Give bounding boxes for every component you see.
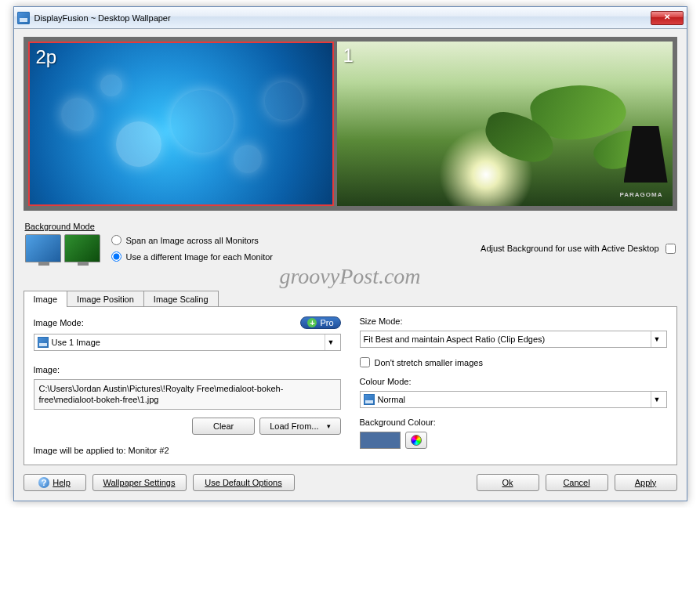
- wallpaper-settings-button[interactable]: Wallpaper Settings: [92, 474, 187, 491]
- chevron-down-icon: ▼: [651, 392, 663, 407]
- close-button[interactable]: ✕: [651, 11, 684, 25]
- adjust-active-desktop-checkbox[interactable]: [666, 244, 676, 254]
- colour-picker-button[interactable]: [405, 432, 427, 449]
- background-mode-label: Background Mode: [25, 222, 676, 231]
- size-mode-label: Size Mode:: [360, 316, 667, 326]
- dont-stretch-checkbox[interactable]: Don't stretch smaller images: [360, 357, 667, 367]
- app-icon: [17, 12, 30, 24]
- tab-image-position[interactable]: Image Position: [67, 291, 144, 307]
- image-label: Image:: [34, 365, 341, 374]
- pro-badge[interactable]: + Pro: [300, 316, 340, 329]
- radio-span-image[interactable]: Span an Image across all Monitors: [111, 235, 274, 245]
- size-mode-combo[interactable]: Fit Best and maintain Aspect Ratio (Clip…: [360, 331, 667, 348]
- colour-wheel-icon: [411, 435, 422, 446]
- bg-colour-swatch[interactable]: [360, 432, 401, 449]
- dialog-window: DisplayFusion ~ Desktop Wallpaper ✕ 2p P…: [13, 6, 687, 501]
- cancel-button[interactable]: Cancel: [546, 474, 608, 491]
- load-from-button[interactable]: Load From...: [259, 418, 340, 435]
- colour-mode-combo[interactable]: Normal ▼: [360, 391, 667, 408]
- plus-icon: +: [307, 318, 317, 327]
- tab-panel-image: Image Mode: + Pro Use 1 Image ▼ Image:: [24, 306, 677, 465]
- chevron-down-icon: ▼: [325, 334, 337, 350]
- brand-text: PARAGOMA: [620, 191, 663, 198]
- monitor-2-preview[interactable]: PARAGOMA 1: [337, 42, 673, 206]
- clear-button[interactable]: Clear: [192, 418, 255, 435]
- help-icon: ?: [38, 477, 49, 488]
- tab-image-scaling[interactable]: Image Scaling: [143, 291, 219, 307]
- monitor-icon: [38, 337, 49, 348]
- monitor-2-label: 1: [343, 45, 354, 67]
- apply-button[interactable]: Apply: [615, 474, 677, 491]
- monitor-icon: [364, 394, 375, 405]
- use-default-options-button[interactable]: Use Default Options: [193, 474, 295, 491]
- monitor-1-label: 2p: [36, 46, 57, 68]
- help-button[interactable]: ? Help: [24, 474, 86, 491]
- colour-mode-label: Colour Mode:: [360, 377, 667, 386]
- image-mode-combo[interactable]: Use 1 Image ▼: [34, 334, 341, 351]
- monitor-1-preview[interactable]: 2p: [28, 42, 334, 206]
- dual-monitor-icon: [25, 234, 100, 262]
- bg-colour-label: Background Colour:: [360, 418, 667, 427]
- background-mode-group: Background Mode Span an Image across all…: [25, 222, 676, 262]
- title-bar: DisplayFusion ~ Desktop Wallpaper ✕: [14, 7, 687, 29]
- window-title: DisplayFusion ~ Desktop Wallpaper: [34, 13, 651, 23]
- radio-different-image[interactable]: Use a different Image for each Monitor: [111, 251, 274, 262]
- applied-to-note: Image will be applied to: Monitor #2: [34, 446, 341, 455]
- image-mode-label: Image Mode:: [34, 318, 84, 327]
- ok-button[interactable]: Ok: [477, 474, 539, 491]
- adjust-active-desktop-label: Adjust Background for use with Active De…: [481, 244, 658, 253]
- image-path-field[interactable]: C:\Users\Jordan Austin\Pictures\!Royalty…: [34, 379, 341, 410]
- monitor-preview: 2p PARAGOMA 1: [24, 37, 677, 211]
- watermark: groovyPost.com: [24, 264, 677, 289]
- tab-image[interactable]: Image: [24, 291, 68, 307]
- chevron-down-icon: ▼: [651, 331, 663, 347]
